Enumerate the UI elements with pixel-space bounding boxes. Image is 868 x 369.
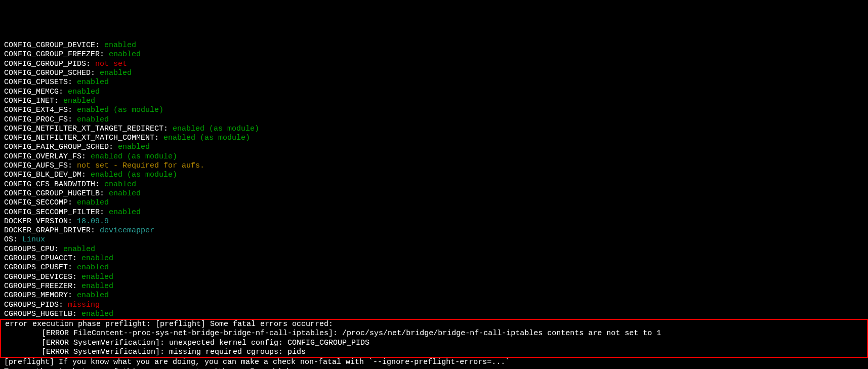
config-key: CONFIG_AUFS_FS: xyxy=(4,161,77,170)
config-line: CGROUPS_CPUSET: enabled xyxy=(4,263,864,272)
config-value: enabled xyxy=(100,69,132,77)
error-line: [ERROR SystemVerification]: unexpected k… xyxy=(5,339,863,348)
config-line: CONFIG_CFS_BANDWIDTH: enabled xyxy=(4,180,864,189)
config-value: enabled xyxy=(109,189,141,198)
config-key: CONFIG_SECCOMP: xyxy=(4,198,77,207)
trailer-line: [preflight] If you know what you are doi… xyxy=(4,358,864,367)
config-line: CGROUPS_MEMORY: enabled xyxy=(4,291,864,300)
config-key: CONFIG_CGROUP_HUGETLB: xyxy=(4,189,109,198)
config-value: enabled xyxy=(81,254,113,263)
config-value: not set xyxy=(95,60,127,68)
terminal-output: CONFIG_CGROUP_DEVICE: enabledCONFIG_CGRO… xyxy=(4,41,864,369)
config-line: CONFIG_NETFILTER_XT_TARGET_REDIRECT: ena… xyxy=(4,125,864,134)
config-value: not set - Required for aufs. xyxy=(77,161,204,170)
config-key: CONFIG_EXT4_FS: xyxy=(4,106,77,114)
error-line: [ERROR FileContent--proc-sys-net-bridge-… xyxy=(5,329,863,338)
config-line: CONFIG_CPUSETS: enabled xyxy=(4,78,864,87)
config-value: enabled xyxy=(77,198,109,207)
config-line: CONFIG_SECCOMP_FILTER: enabled xyxy=(4,208,864,217)
error-box: error execution phase preflight: [prefli… xyxy=(0,319,868,358)
config-value: enabled xyxy=(109,50,141,59)
config-line: CONFIG_CGROUP_PIDS: not set xyxy=(4,60,864,69)
config-key: CONFIG_CPUSETS: xyxy=(4,78,77,87)
config-key: CONFIG_FAIR_GROUP_SCHED: xyxy=(4,143,118,151)
config-line: CONFIG_MEMCG: enabled xyxy=(4,88,864,97)
config-value: enabled xyxy=(63,97,95,105)
config-key: CONFIG_CGROUP_SCHED: xyxy=(4,69,100,77)
config-value: devicemapper xyxy=(100,226,154,235)
config-line: CONFIG_PROC_FS: enabled xyxy=(4,115,864,125)
config-line: CGROUPS_FREEZER: enabled xyxy=(4,282,864,291)
config-key: CONFIG_OVERLAY_FS: xyxy=(4,152,91,161)
config-value: enabled xyxy=(77,78,109,87)
error-title: error execution phase preflight: [prefli… xyxy=(5,320,863,329)
config-value: enabled xyxy=(81,282,113,291)
config-value: enabled (as module) xyxy=(91,171,177,179)
error-line: [ERROR SystemVerification]: missing requ… xyxy=(5,348,863,357)
config-line: CONFIG_NETFILTER_XT_MATCH_COMMENT: enabl… xyxy=(4,134,864,143)
config-line: DOCKER_GRAPH_DRIVER: devicemapper xyxy=(4,226,864,235)
config-key: CONFIG_NETFILTER_XT_TARGET_REDIRECT: xyxy=(4,125,173,133)
config-line: CONFIG_BLK_DEV_DM: enabled (as module) xyxy=(4,171,864,180)
config-line: CONFIG_EXT4_FS: enabled (as module) xyxy=(4,106,864,115)
config-line: CGROUPS_CPUACCT: enabled xyxy=(4,254,864,263)
config-key: CONFIG_SECCOMP_FILTER: xyxy=(4,208,109,217)
config-key: CONFIG_NETFILTER_XT_MATCH_COMMENT: xyxy=(4,134,163,142)
config-value: enabled (as module) xyxy=(91,152,177,161)
config-value: enabled xyxy=(77,263,109,272)
config-value: enabled (as module) xyxy=(173,125,259,133)
config-key: CONFIG_CFS_BANDWIDTH: xyxy=(4,180,104,189)
config-line: CGROUPS_CPU: enabled xyxy=(4,245,864,254)
config-key: CGROUPS_MEMORY: xyxy=(4,291,77,300)
config-value: 18.09.9 xyxy=(77,217,109,226)
config-key: DOCKER_VERSION: xyxy=(4,217,77,226)
config-key: CONFIG_CGROUP_DEVICE: xyxy=(4,41,104,50)
config-key: CONFIG_MEMCG: xyxy=(4,88,68,96)
config-value: enabled xyxy=(63,245,95,254)
config-value: Linux xyxy=(22,235,45,244)
config-value: enabled xyxy=(81,273,113,281)
config-value: enabled xyxy=(104,41,136,50)
config-value: enabled xyxy=(77,115,109,124)
config-value: enabled xyxy=(68,88,100,96)
config-line: CGROUPS_DEVICES: enabled xyxy=(4,273,864,282)
config-line: OS: Linux xyxy=(4,235,864,244)
config-line: CONFIG_CGROUP_SCHED: enabled xyxy=(4,69,864,78)
config-key: CONFIG_CGROUP_PIDS: xyxy=(4,60,95,68)
config-value: enabled xyxy=(118,143,150,151)
config-value: missing xyxy=(68,301,100,309)
config-line: CONFIG_CGROUP_FREEZER: enabled xyxy=(4,50,864,59)
config-value: enabled xyxy=(109,208,141,217)
config-key: CONFIG_PROC_FS: xyxy=(4,115,77,124)
config-value: enabled xyxy=(104,180,136,189)
config-key: CONFIG_INET: xyxy=(4,97,63,105)
config-line: CONFIG_CGROUP_DEVICE: enabled xyxy=(4,41,864,50)
config-key: CGROUPS_CPU: xyxy=(4,245,63,254)
trailer-line: To see the stack trace of this error exe… xyxy=(4,367,864,369)
config-key: CONFIG_BLK_DEV_DM: xyxy=(4,171,91,179)
config-line: CONFIG_CGROUP_HUGETLB: enabled xyxy=(4,189,864,198)
config-key: CGROUPS_CPUACCT: xyxy=(4,254,81,263)
config-key: CGROUPS_DEVICES: xyxy=(4,273,81,281)
config-value: enabled xyxy=(77,291,109,300)
config-line: CGROUPS_PIDS: missing xyxy=(4,301,864,310)
config-key: CONFIG_CGROUP_FREEZER: xyxy=(4,50,109,59)
config-key: CGROUPS_FREEZER: xyxy=(4,282,81,291)
config-value: enabled xyxy=(81,310,113,318)
config-key: CGROUPS_CPUSET: xyxy=(4,263,77,272)
config-key: CGROUPS_HUGETLB: xyxy=(4,310,81,318)
config-key: DOCKER_GRAPH_DRIVER: xyxy=(4,226,100,235)
config-line: CONFIG_INET: enabled xyxy=(4,97,864,106)
config-line: DOCKER_VERSION: 18.09.9 xyxy=(4,217,864,226)
config-value: enabled (as module) xyxy=(77,106,163,114)
config-line: CONFIG_OVERLAY_FS: enabled (as module) xyxy=(4,152,864,161)
config-line: CGROUPS_HUGETLB: enabled xyxy=(4,310,864,319)
config-key: CGROUPS_PIDS: xyxy=(4,301,68,309)
config-key: OS: xyxy=(4,235,22,244)
config-value: enabled (as module) xyxy=(163,134,250,142)
config-line: CONFIG_FAIR_GROUP_SCHED: enabled xyxy=(4,143,864,152)
config-line: CONFIG_SECCOMP: enabled xyxy=(4,198,864,208)
config-line: CONFIG_AUFS_FS: not set - Required for a… xyxy=(4,161,864,171)
